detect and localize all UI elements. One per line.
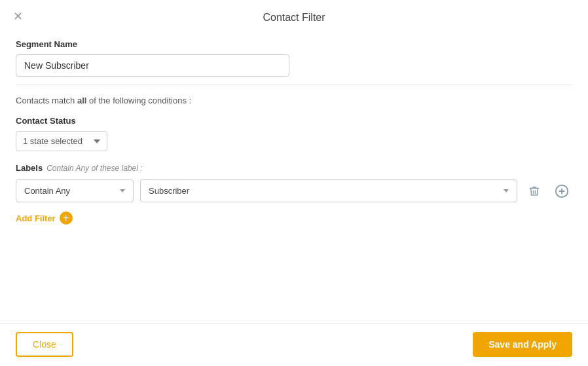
contact-status-section: Contact Status 1 state selected xyxy=(16,116,572,151)
add-filter-plus-icon: + xyxy=(60,211,73,225)
contact-filter-modal: ✕ Contact Filter Segment Name Contacts m… xyxy=(0,0,588,366)
close-icon[interactable]: ✕ xyxy=(13,10,23,22)
modal-body: Segment Name Contacts match all of the f… xyxy=(0,33,588,323)
contact-status-label: Contact Status xyxy=(16,116,572,126)
subscriber-label: Subscriber xyxy=(149,186,189,196)
chevron-down-icon xyxy=(94,139,100,143)
modal-footer: Close Save and Apply xyxy=(0,323,588,366)
state-select-text: 1 state selected xyxy=(23,136,83,146)
contain-any-dropdown[interactable]: Contain Any xyxy=(16,179,134,202)
labels-subtitle: Contain Any of these label : xyxy=(46,164,142,173)
modal-header: ✕ Contact Filter xyxy=(0,0,588,33)
modal-title: Contact Filter xyxy=(263,12,325,24)
subscriber-chevron-icon xyxy=(504,189,509,192)
delete-filter-button[interactable] xyxy=(524,181,545,202)
segment-name-label: Segment Name xyxy=(16,39,572,49)
save-and-apply-button[interactable]: Save and Apply xyxy=(473,332,572,357)
contain-any-label: Contain Any xyxy=(24,186,70,196)
contain-any-chevron-icon xyxy=(120,189,125,192)
labels-header: Labels Contain Any of these label : xyxy=(16,163,572,173)
filter-row: Contain Any Subscriber xyxy=(16,179,572,202)
segment-name-input[interactable] xyxy=(16,54,289,77)
state-select-dropdown[interactable]: 1 state selected xyxy=(16,131,107,151)
conditions-text: Contacts match all of the following cond… xyxy=(16,96,572,105)
section-divider xyxy=(16,84,572,85)
add-filter-row[interactable]: Add Filter + xyxy=(16,211,572,225)
add-filter-text: Add Filter xyxy=(16,213,56,223)
close-button[interactable]: Close xyxy=(16,332,73,357)
trash-icon xyxy=(528,185,540,197)
add-circle-icon xyxy=(555,184,569,198)
labels-title: Labels xyxy=(16,163,43,173)
labels-section: Labels Contain Any of these label : Cont… xyxy=(16,163,572,225)
add-filter-row-button[interactable] xyxy=(551,181,572,202)
subscriber-dropdown[interactable]: Subscriber xyxy=(140,179,517,202)
